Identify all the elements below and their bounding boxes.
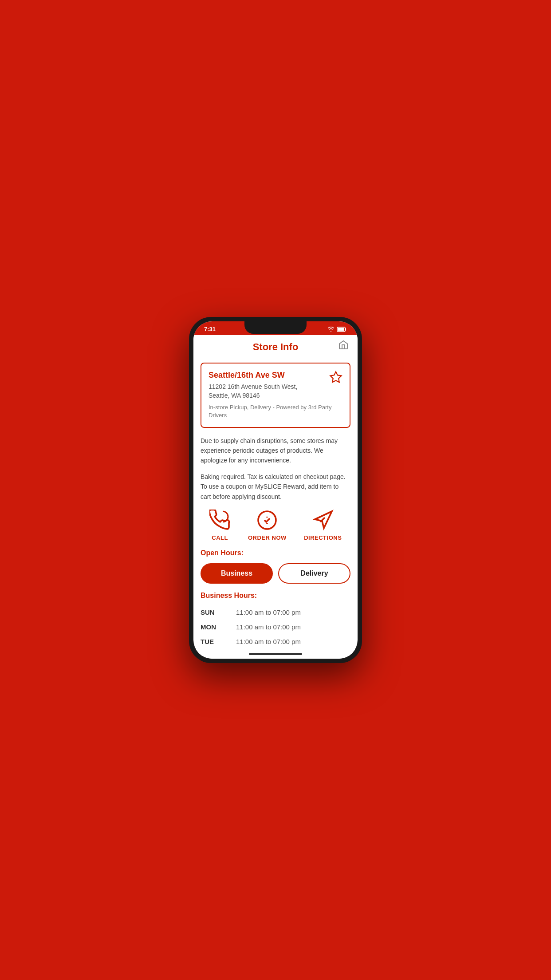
order-now-label: ORDER NOW: [248, 534, 287, 541]
delivery-tab[interactable]: Delivery: [278, 563, 350, 584]
store-name: Seattle/16th Ave SW: [209, 371, 342, 380]
hours-list: SUN 11:00 am to 07:00 pm MON 11:00 am to…: [201, 605, 350, 649]
wifi-icon: [327, 327, 335, 332]
business-tab[interactable]: Business: [201, 563, 273, 584]
business-hours-title: Business Hours:: [201, 592, 350, 600]
store-address: 11202 16th Avenue South West, Seattle, W…: [209, 383, 342, 400]
page-header: Store Info: [193, 335, 358, 357]
baking-notice: Baking required. Tax is calculated on ch…: [201, 472, 350, 502]
favorite-star-icon[interactable]: [329, 371, 342, 387]
bottom-bar: [193, 649, 358, 659]
phone-screen: 7:31 Store Info: [193, 321, 358, 659]
home-indicator: [249, 653, 302, 655]
phone-frame: 7:31 Store Info: [189, 317, 362, 663]
svg-marker-2: [331, 372, 342, 383]
directions-button[interactable]: DIRECTIONS: [304, 510, 342, 541]
status-icons: [327, 327, 347, 332]
hours-row-tue: TUE 11:00 am to 07:00 pm: [201, 634, 350, 649]
supply-chain-notice: Due to supply chain disruptions, some st…: [201, 436, 350, 466]
call-button[interactable]: CALL: [209, 510, 231, 541]
call-label: CALL: [212, 534, 228, 541]
hours-tabs: Business Delivery: [201, 563, 350, 584]
page-title: Store Info: [253, 341, 299, 353]
hours-row-mon: MON 11:00 am to 07:00 pm: [201, 620, 350, 634]
order-now-button[interactable]: ORDER NOW: [248, 510, 287, 541]
store-card: Seattle/16th Ave SW 11202 16th Avenue So…: [201, 363, 350, 428]
hours-row-sun: SUN 11:00 am to 07:00 pm: [201, 605, 350, 620]
directions-label: DIRECTIONS: [304, 534, 342, 541]
store-service-type: In-store Pickup, Delivery - Powered by 3…: [209, 403, 342, 419]
svg-rect-1: [338, 328, 344, 331]
main-content: Seattle/16th Ave SW 11202 16th Avenue So…: [193, 357, 358, 649]
open-hours-label: Open Hours:: [201, 549, 350, 557]
actions-row: CALL ORDER NOW DIRECTIONS: [201, 510, 350, 541]
notch: [244, 321, 307, 334]
home-button[interactable]: [338, 340, 349, 353]
battery-icon: [337, 327, 347, 332]
status-time: 7:31: [204, 326, 216, 332]
